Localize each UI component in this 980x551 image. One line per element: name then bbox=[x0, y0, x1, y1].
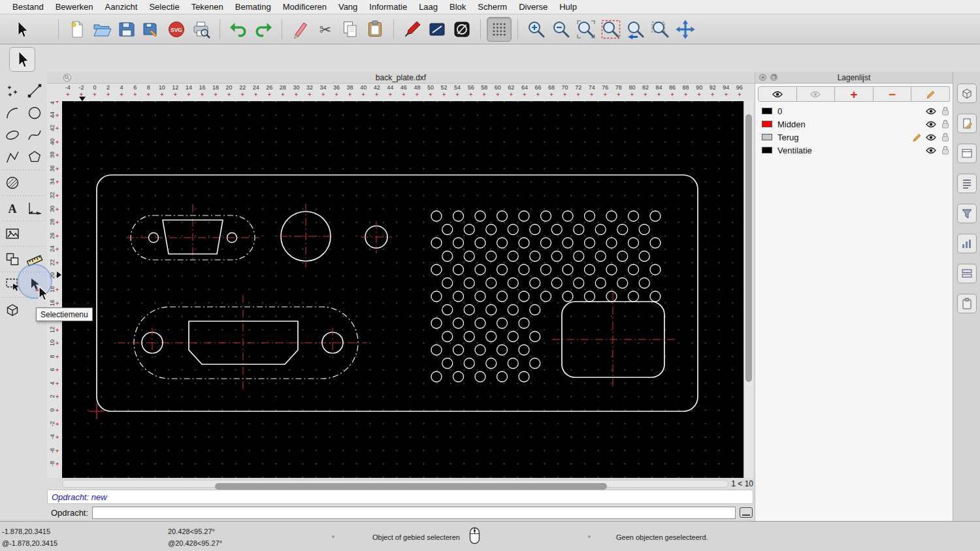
tool-line[interactable] bbox=[24, 80, 46, 102]
menu-diverse[interactable]: Diverse bbox=[513, 0, 553, 14]
layer-lock-toggle[interactable] bbox=[938, 106, 953, 116]
zoom-redraw-button[interactable] bbox=[598, 17, 623, 42]
v-ruler-label: 46 bbox=[49, 101, 56, 107]
menu-tekenen[interactable]: Tekenen bbox=[186, 0, 229, 14]
tool-dimension[interactable] bbox=[24, 197, 46, 219]
h-ruler-label: 2 bbox=[106, 84, 110, 91]
grid-toggle-button[interactable] bbox=[487, 17, 512, 42]
remove-button[interactable] bbox=[288, 17, 313, 42]
redo-button[interactable] bbox=[251, 17, 276, 42]
layer-visibility-toggle[interactable] bbox=[924, 121, 938, 128]
menu-selectie[interactable]: Selectie bbox=[143, 0, 185, 14]
menu-informatie[interactable]: Informatie bbox=[363, 0, 413, 14]
print-preview-button[interactable] bbox=[189, 17, 214, 42]
dock-list-button[interactable] bbox=[957, 174, 977, 193]
close-panel-icon[interactable]: × bbox=[759, 74, 766, 81]
zoom-auto-button[interactable] bbox=[574, 17, 598, 42]
svg-export-button[interactable]: SVG bbox=[164, 17, 189, 42]
outline bbox=[519, 371, 529, 382]
pan-button[interactable] bbox=[673, 17, 698, 42]
hide-all-eye-button[interactable] bbox=[797, 86, 836, 102]
dock-clipboard-button[interactable] bbox=[957, 294, 977, 313]
tool-points[interactable] bbox=[1, 80, 24, 102]
circle-attributes-button[interactable] bbox=[449, 17, 474, 42]
dock-window-button[interactable] bbox=[957, 144, 977, 163]
redo-icon bbox=[253, 20, 273, 39]
layer-row[interactable]: Ventilatie bbox=[755, 144, 953, 157]
cut-button[interactable]: ✂ bbox=[313, 17, 338, 42]
command-input[interactable] bbox=[92, 507, 736, 519]
layer-lock-toggle[interactable] bbox=[938, 133, 953, 142]
layer-row[interactable]: Terug bbox=[755, 131, 953, 144]
menu-hulp[interactable]: Hulp bbox=[553, 0, 583, 14]
select-arrow-button[interactable] bbox=[9, 17, 34, 42]
dock-bar-chart-button[interactable] bbox=[957, 234, 977, 253]
tool-block[interactable] bbox=[1, 299, 24, 321]
layer-lock-toggle[interactable] bbox=[938, 146, 953, 155]
tool-spline[interactable] bbox=[24, 124, 46, 146]
h-ruler-tick: + bbox=[563, 91, 566, 98]
save-button[interactable] bbox=[114, 17, 139, 42]
tool-hatch[interactable] bbox=[1, 172, 24, 194]
layer-row[interactable]: Midden bbox=[755, 118, 953, 131]
svg-text:✂: ✂ bbox=[319, 22, 331, 38]
menu-bestand[interactable]: Bestand bbox=[7, 0, 50, 14]
outline bbox=[431, 264, 442, 275]
v-ruler-label: 2 bbox=[49, 390, 56, 402]
menu-blok[interactable]: Blok bbox=[444, 0, 472, 14]
zoom-out-button[interactable] bbox=[549, 17, 574, 42]
vertical-scrollbar-thumb[interactable] bbox=[745, 114, 752, 382]
add-layer-button[interactable]: + bbox=[835, 86, 874, 102]
pen-button[interactable] bbox=[400, 17, 425, 42]
tool-polygon[interactable] bbox=[24, 146, 46, 168]
line-attributes-button[interactable] bbox=[425, 17, 449, 42]
menu-scherm[interactable]: Scherm bbox=[472, 0, 513, 14]
remove-layer-button[interactable]: − bbox=[874, 86, 912, 102]
horizontal-scrollbar-thumb[interactable] bbox=[215, 483, 607, 490]
outline bbox=[639, 278, 649, 289]
tool-text[interactable]: A bbox=[1, 197, 24, 219]
tool-circle[interactable] bbox=[24, 102, 46, 124]
tool-order[interactable] bbox=[1, 248, 24, 270]
open-button[interactable] bbox=[90, 17, 114, 42]
layer-visibility-toggle[interactable] bbox=[924, 147, 938, 154]
layer-visibility-toggle[interactable] bbox=[924, 134, 938, 141]
menu-bemating[interactable]: Bemating bbox=[229, 0, 277, 14]
horizontal-scrollbar[interactable] bbox=[62, 480, 728, 488]
paste-button[interactable] bbox=[363, 17, 387, 42]
show-all-eye-button[interactable] bbox=[758, 86, 797, 102]
dock-page-edit-button[interactable] bbox=[957, 114, 977, 133]
tool-polyline[interactable] bbox=[1, 146, 24, 168]
menu-aanzicht[interactable]: Aanzicht bbox=[99, 0, 144, 14]
layer-visibility-toggle[interactable] bbox=[924, 108, 938, 115]
save-as-button[interactable] bbox=[139, 17, 164, 42]
menu-bewerken[interactable]: Bewerken bbox=[50, 0, 99, 14]
select-tool-button[interactable] bbox=[9, 47, 35, 72]
zoom-window-button[interactable] bbox=[648, 17, 673, 42]
copy-button[interactable] bbox=[338, 17, 363, 42]
dock-cube-button[interactable] bbox=[957, 84, 977, 103]
menu-laag[interactable]: Laag bbox=[413, 0, 444, 14]
zoom-in-button[interactable] bbox=[524, 17, 549, 42]
dock-rows-button[interactable] bbox=[957, 264, 977, 283]
outline bbox=[453, 238, 464, 248]
tool-arc[interactable] bbox=[1, 102, 24, 124]
menu-vang[interactable]: Vang bbox=[333, 0, 363, 14]
layer-row[interactable]: 0 bbox=[755, 104, 953, 118]
tool-ellipse[interactable] bbox=[1, 124, 24, 146]
keyboard-icon[interactable] bbox=[740, 507, 753, 518]
new-document-button[interactable] bbox=[65, 17, 90, 42]
outline bbox=[486, 332, 497, 342]
layer-panel-title: Lagenlijst bbox=[755, 73, 953, 82]
vertical-scrollbar[interactable] bbox=[743, 101, 753, 478]
tool-image[interactable] bbox=[1, 223, 24, 245]
menu-modificeren[interactable]: Modificeren bbox=[277, 0, 333, 14]
dock-funnel-button[interactable] bbox=[957, 204, 977, 223]
float-panel-icon[interactable]: ❐ bbox=[770, 74, 777, 81]
drawing-canvas[interactable] bbox=[62, 101, 743, 478]
edit-layer-button[interactable] bbox=[911, 86, 950, 102]
undo-button[interactable] bbox=[226, 17, 251, 42]
zoom-previous-button[interactable] bbox=[623, 17, 648, 42]
layer-panel-header: Lagenlijst × ❐ bbox=[755, 72, 953, 84]
layer-lock-toggle[interactable] bbox=[938, 119, 953, 129]
